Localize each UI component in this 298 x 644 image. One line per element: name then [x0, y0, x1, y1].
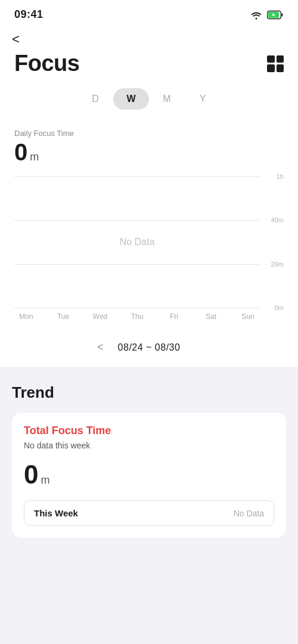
daily-focus-value: 0 m — [14, 139, 284, 166]
grid-line-20m — [14, 264, 260, 265]
header-back-row: < — [0, 26, 298, 48]
date-range-label: 08/24 ~ 08/30 — [118, 342, 181, 353]
grid-label-1h: 1h — [262, 173, 284, 180]
this-week-label: This Week — [34, 508, 78, 518]
x-label-fri: Fri — [162, 312, 186, 321]
trend-value: 0 m — [24, 460, 274, 490]
tab-row: D W M Y — [0, 83, 298, 118]
title-row: Focus — [0, 48, 298, 83]
wifi-icon — [250, 10, 262, 20]
grid-line-0m — [14, 308, 260, 308]
tab-y[interactable]: Y — [185, 88, 221, 110]
date-prev-button[interactable]: < — [92, 339, 108, 356]
status-bar: 09:41 — [0, 0, 298, 26]
chart-no-data: No Data — [14, 237, 260, 247]
daily-focus-label: Daily Focus Time — [14, 129, 284, 138]
tab-m[interactable]: M — [149, 88, 185, 110]
x-axis: Mon Tue Wed Thu Fri Sat Sun — [14, 312, 284, 321]
status-time: 09:41 — [14, 8, 44, 21]
no-data-week: No data this week — [24, 441, 274, 450]
x-label-tue: Tue — [51, 312, 75, 321]
x-label-thu: Thu — [125, 312, 149, 321]
chart-section: Daily Focus Time 0 m 1h 40m 20m 0m No Da… — [0, 118, 298, 330]
date-nav: < 08/24 ~ 08/30 > — [0, 330, 298, 367]
total-focus-label: Total Focus Time — [24, 425, 274, 437]
status-icons — [250, 10, 284, 20]
grid-label-0m: 0m — [262, 304, 284, 311]
tab-w[interactable]: W — [113, 88, 149, 110]
chart-area: 1h 40m 20m 0m No Data — [14, 177, 284, 308]
grid-line-1h — [14, 177, 260, 177]
grid-label-40m: 40m — [262, 216, 284, 224]
trend-unit: m — [41, 474, 49, 487]
grid-line-40m — [14, 220, 260, 221]
trend-title: Trend — [12, 383, 286, 402]
x-label-mon: Mon — [14, 312, 38, 321]
grid-label-20m: 20m — [262, 261, 284, 268]
trend-number: 0 — [24, 460, 38, 490]
x-label-sun: Sun — [236, 312, 260, 321]
back-button[interactable]: < — [12, 30, 24, 48]
this-week-value: No Data — [234, 509, 264, 518]
trend-card: Total Focus Time No data this week 0 m T… — [12, 413, 286, 538]
x-label-sat: Sat — [199, 312, 223, 321]
tab-d[interactable]: D — [77, 88, 113, 110]
battery-icon — [267, 10, 284, 20]
this-week-row: This Week No Data — [24, 500, 274, 526]
focus-unit: m — [30, 151, 39, 163]
grid-icon-button[interactable] — [267, 55, 284, 72]
trend-section: Trend Total Focus Time No data this week… — [0, 367, 298, 550]
focus-number: 0 — [14, 139, 27, 166]
page-title: Focus — [14, 51, 79, 76]
x-label-wed: Wed — [88, 312, 112, 321]
